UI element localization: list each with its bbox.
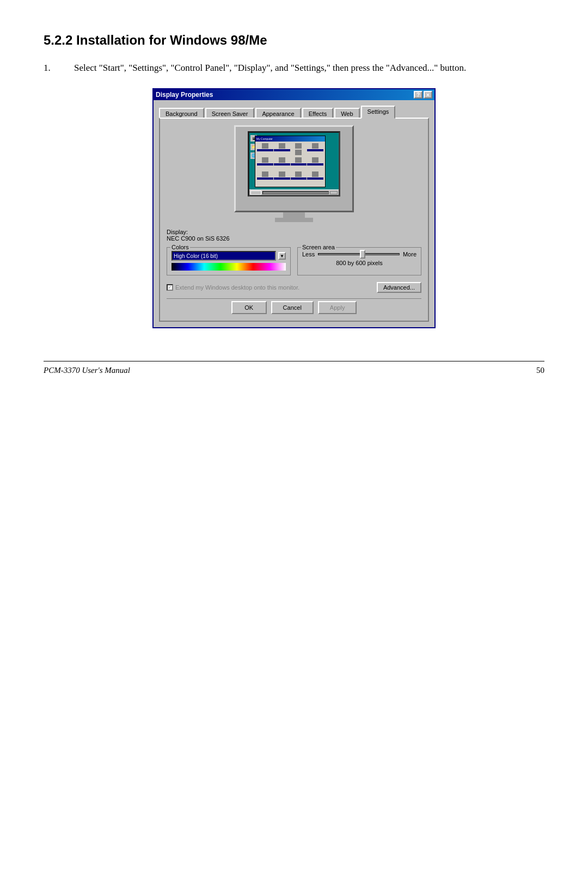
- page-footer: PCM-3370 User's Manual 50: [44, 361, 544, 375]
- screen-area-group: Screen area Less More 800 by 600 pixels: [297, 247, 421, 275]
- mini-icon-4: [307, 143, 323, 157]
- monitor-stand-assembly: [234, 212, 354, 222]
- tab-background[interactable]: Background: [159, 108, 204, 119]
- screen-area-label: Screen area: [301, 244, 336, 250]
- taskbar-area: [262, 191, 329, 194]
- mini-icon-7: [291, 157, 307, 171]
- slider-more-label: More: [403, 251, 416, 257]
- mini-window-titlebar: My Computer: [255, 136, 325, 142]
- color-dropdown[interactable]: High Color (16 bit): [171, 251, 276, 261]
- close-button[interactable]: ×: [424, 91, 432, 99]
- mini-icon-12: [307, 171, 323, 185]
- display-label: Display:: [167, 229, 421, 235]
- mini-icon-8: [307, 157, 323, 171]
- extend-desktop-label: ✓ Extend my Windows desktop onto this mo…: [167, 284, 299, 291]
- cancel-button[interactable]: Cancel: [271, 301, 314, 314]
- footer-manual-text: PCM-3370 User's Manual: [44, 366, 130, 375]
- mini-icon-5: [257, 157, 273, 171]
- system-clock: [330, 191, 338, 194]
- extend-desktop-checkbox[interactable]: ✓: [167, 284, 173, 291]
- tab-content: 🖥 📁 🌐 My Computer: [159, 118, 429, 322]
- monitor-outer: 🖥 📁 🌐 My Computer: [234, 125, 354, 222]
- mini-icon-1: [257, 143, 273, 157]
- mini-icon-9: [257, 171, 273, 185]
- slider-row: Less More: [302, 251, 416, 257]
- mini-window-title-text: My Computer: [256, 137, 273, 140]
- monitor-preview-container: 🖥 📁 🌐 My Computer: [167, 125, 421, 222]
- mini-taskbar: [249, 189, 339, 195]
- checkbox-text: Extend my Windows desktop onto this moni…: [175, 284, 299, 291]
- apply-button[interactable]: Apply: [318, 301, 357, 314]
- monitor-neck: [283, 212, 305, 218]
- step-list: 1. Select "Start", "Settings", "Control …: [44, 61, 544, 75]
- resolution-text: 800 by 600 pixels: [302, 260, 416, 266]
- color-select-row: High Color (16 bit) ▼: [171, 251, 286, 261]
- tabs-row: Background Screen Saver Appearance Effec…: [159, 105, 429, 118]
- bottom-controls: ✓ Extend my Windows desktop onto this mo…: [167, 282, 421, 293]
- tab-effects[interactable]: Effects: [302, 108, 333, 119]
- dialog-titlebar: Display Properties ? ×: [154, 89, 434, 100]
- help-button[interactable]: ?: [414, 91, 422, 99]
- screen-desktop: 🖥 📁 🌐 My Computer: [249, 133, 339, 195]
- monitor-body: 🖥 📁 🌐 My Computer: [234, 125, 354, 212]
- ok-button[interactable]: OK: [231, 301, 267, 314]
- start-button: [250, 191, 261, 195]
- mini-icon-6: [274, 157, 290, 171]
- page-content: 5.2.2 Installation for Windows 98/Me 1. …: [44, 33, 544, 375]
- titlebar-buttons: ? ×: [414, 91, 432, 99]
- screen-mini-window: My Computer: [255, 136, 326, 187]
- display-info: Display: NEC C900 on SiS 6326: [167, 229, 421, 242]
- color-dropdown-value: High Color (16 bit): [174, 253, 218, 259]
- slider-thumb: [360, 250, 365, 259]
- display-value: NEC C900 on SiS 6326: [167, 235, 421, 242]
- mini-icon-11: [291, 171, 307, 185]
- monitor-screen: 🖥 📁 🌐 My Computer: [248, 131, 340, 197]
- dialog-buttons: OK Cancel Apply: [167, 298, 421, 314]
- tab-web[interactable]: Web: [334, 108, 359, 119]
- footer-page-number: 50: [536, 366, 544, 375]
- tab-screensaver[interactable]: Screen Saver: [205, 108, 255, 119]
- tab-settings[interactable]: Settings: [361, 106, 396, 119]
- win98-dialog: Display Properties ? × Background Screen…: [152, 88, 436, 328]
- dropdown-arrow-icon[interactable]: ▼: [278, 252, 286, 260]
- color-gradient-bar: [171, 263, 286, 271]
- colors-group: Colors High Color (16 bit) ▼: [167, 247, 291, 275]
- monitor-base: [275, 218, 313, 222]
- dialog-title-text: Display Properties: [156, 91, 213, 99]
- section-title: 5.2.2 Installation for Windows 98/Me: [44, 33, 544, 48]
- mini-icon-3: [291, 143, 307, 157]
- step-text: Select "Start", "Settings", "Control Pan…: [74, 61, 544, 75]
- settings-row: Colors High Color (16 bit) ▼ Screen area: [167, 247, 421, 275]
- step-number: 1.: [44, 61, 61, 75]
- resolution-slider[interactable]: [318, 253, 400, 255]
- mini-icon-2: [274, 143, 290, 157]
- screen-area-content: Less More 800 by 600 pixels: [302, 251, 416, 266]
- colors-group-label: Colors: [170, 244, 190, 250]
- mini-window-body: [255, 142, 325, 187]
- step-1: 1. Select "Start", "Settings", "Control …: [44, 61, 544, 75]
- tab-appearance[interactable]: Appearance: [255, 108, 301, 119]
- mini-icon-10: [274, 171, 290, 185]
- slider-less-label: Less: [302, 251, 315, 257]
- dialog-body: Background Screen Saver Appearance Effec…: [154, 100, 434, 327]
- advanced-button[interactable]: Advanced...: [377, 282, 421, 293]
